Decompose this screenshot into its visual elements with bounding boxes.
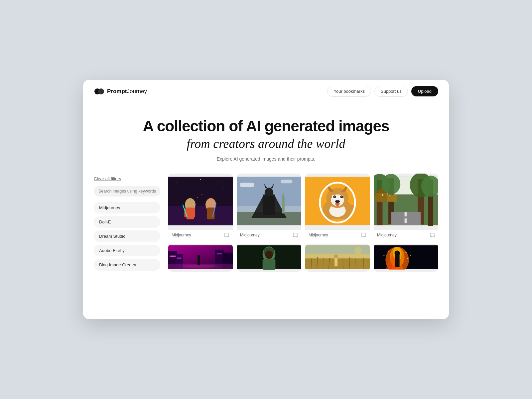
svg-point-41 [333, 196, 336, 198]
svg-point-13 [186, 187, 186, 188]
image-card [374, 244, 438, 272]
svg-rect-77 [177, 258, 181, 259]
filter-bing-image-creator[interactable]: Bing Image Creator [94, 259, 160, 271]
card-footer-1: Midjourney [168, 230, 233, 240]
card-image-6 [237, 244, 301, 270]
svg-rect-64 [387, 195, 397, 202]
sidebar: Clear all filters Midjourney Doll-E Drea… [94, 174, 160, 309]
card-footer-3: Midjourney [305, 230, 370, 240]
svg-point-43 [334, 196, 335, 197]
bookmarks-button[interactable]: Your bookmarks [327, 86, 371, 97]
bookmark-icon-3[interactable] [361, 232, 366, 238]
svg-rect-86 [263, 259, 276, 270]
image-card: Midjourney [305, 174, 370, 240]
hero-title-main: A collection of AI generated images [90, 117, 442, 135]
svg-point-19 [194, 196, 195, 196]
card-label-3: Midjourney [309, 233, 328, 237]
svg-point-16 [200, 179, 201, 180]
logo-icon [94, 86, 104, 97]
bookmark-icon-2[interactable] [293, 232, 298, 238]
header-actions: Your bookmarks Support us Upload [327, 86, 438, 97]
card-image-3 [305, 174, 370, 228]
filter-adobe-firefly[interactable]: Adobe Firefly [94, 245, 160, 256]
bookmark-icon-1[interactable] [224, 232, 229, 238]
card-footer-2: Midjourney [237, 230, 301, 240]
hero-section: A collection of AI generated images from… [83, 103, 449, 174]
support-button[interactable]: Support us [374, 86, 408, 97]
bookmark-icon-4[interactable] [430, 232, 435, 238]
header: PromptJourney Your bookmarks Support us … [83, 80, 449, 103]
svg-rect-76 [170, 255, 176, 257]
svg-point-14 [221, 181, 221, 182]
svg-point-82 [197, 255, 200, 258]
app-window: PromptJourney Your bookmarks Support us … [83, 80, 449, 319]
svg-rect-67 [405, 218, 407, 223]
svg-point-113 [388, 250, 389, 252]
logo-text: PromptJourney [107, 88, 147, 95]
image-card [237, 244, 301, 272]
svg-point-114 [384, 255, 385, 256]
hero-subtitle: Explore AI generated images and their pr… [90, 156, 442, 162]
svg-point-111 [410, 255, 411, 256]
card-image-1 [168, 174, 233, 228]
svg-point-18 [201, 194, 202, 195]
svg-rect-30 [240, 183, 254, 187]
svg-point-88 [265, 250, 273, 259]
card-image-8 [374, 244, 438, 270]
logo: PromptJourney [94, 86, 147, 97]
upload-button[interactable]: Upload [411, 86, 438, 96]
svg-point-69 [389, 195, 391, 197]
svg-point-112 [407, 258, 408, 259]
svg-point-1 [98, 88, 104, 94]
image-grid-container: Midjourney [168, 174, 438, 309]
image-grid: Midjourney [168, 174, 438, 272]
card-label-2: Midjourney [240, 233, 260, 237]
svg-point-80 [183, 265, 218, 268]
svg-point-42 [340, 196, 343, 198]
svg-point-15 [224, 188, 224, 189]
card-image-2 [237, 174, 301, 228]
filter-dream-studio[interactable]: Dream Studio [94, 230, 160, 242]
svg-rect-66 [405, 212, 407, 216]
svg-rect-31 [281, 180, 292, 183]
card-label-4: Midjourney [377, 233, 397, 237]
svg-point-101 [334, 254, 338, 258]
svg-rect-103 [305, 245, 370, 254]
main-content: Clear all filters Midjourney Doll-E Drea… [83, 174, 449, 319]
svg-point-17 [197, 197, 198, 198]
svg-rect-100 [334, 258, 337, 266]
hero-title-sub: from creators around the world [90, 136, 442, 151]
card-image-4 [374, 174, 438, 228]
filter-list: Midjourney Doll-E Dream Studio Adobe Fir… [94, 202, 160, 271]
card-label-1: Midjourney [172, 233, 191, 237]
svg-rect-81 [198, 257, 200, 265]
svg-point-44 [341, 196, 342, 197]
filter-dall-e[interactable]: Doll-E [94, 216, 160, 228]
svg-point-12 [177, 182, 178, 183]
svg-point-68 [382, 194, 383, 196]
svg-rect-28 [282, 197, 285, 213]
search-input[interactable] [94, 186, 160, 197]
svg-point-47 [335, 203, 339, 206]
clear-filters-link[interactable]: Clear all filters [94, 176, 160, 181]
image-card: Midjourney [237, 174, 301, 240]
card-image-5 [168, 244, 233, 270]
svg-rect-108 [395, 254, 399, 267]
svg-point-110 [405, 252, 407, 253]
card-footer-4: Midjourney [374, 230, 438, 240]
svg-point-109 [395, 250, 400, 256]
svg-point-46 [336, 200, 338, 201]
filter-midjourney[interactable]: Midjourney [94, 202, 160, 213]
svg-rect-78 [217, 253, 222, 254]
image-card: Midjourney [168, 174, 233, 240]
image-card [168, 244, 233, 272]
svg-rect-3 [168, 206, 233, 225]
image-card [305, 244, 370, 272]
svg-rect-62 [375, 193, 387, 201]
svg-rect-7 [192, 208, 196, 217]
image-card: Midjourney [374, 174, 438, 240]
card-image-7 [305, 244, 370, 270]
